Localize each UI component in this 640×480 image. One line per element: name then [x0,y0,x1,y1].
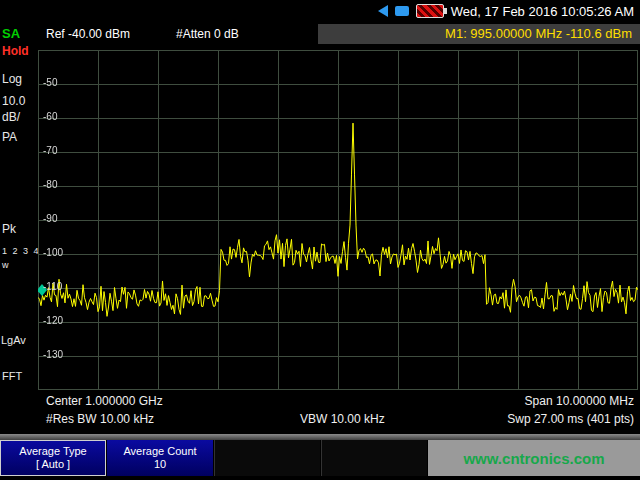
trace-canvas [38,50,638,390]
softkey-label-line2: [ Auto ] [36,458,70,471]
res-bw-label: #Res BW 10.00 kHz [46,412,154,426]
peak-indicator: Pk [2,222,16,236]
scale-value-indicator: 10.0 [2,94,25,108]
average-type-indicator: LgAv [1,334,26,346]
remote-arrow-icon [378,5,388,17]
datetime-text: Wed, 17 Feb 2016 10:05:26 AM [451,4,634,19]
status-bar: Wed, 17 Feb 2016 10:05:26 AM [0,0,640,22]
plot-area: -50-60-70-80-90-100-110-120-130 [38,50,638,390]
battery-icon [416,4,444,18]
attenuation-label: #Atten 0 dB [176,27,239,41]
center-freq-label: Center 1.000000 GHz [46,394,163,408]
softkey-bar: Average Type [ Auto ] Average Count 10 w… [0,440,640,480]
y-axis-label: -100 [43,247,63,258]
hold-indicator: Hold [2,44,29,58]
mode-indicator: SA [2,26,20,41]
measurement-header: Ref -40.00 dBm #Atten 0 dB M1: 995.00000… [38,22,640,48]
scale-type-indicator: Log [2,72,22,86]
preamp-indicator: PA [2,130,17,144]
y-axis-label: -80 [43,179,57,190]
sweep-time-label: Swp 27.00 ms (401 pts) [507,412,634,426]
left-annotation-column: SA Hold Log 10.0 dB/ PA Pk 1 2 3 4 w LgA… [0,22,38,432]
y-axis-label: -50 [43,77,57,88]
span-label: Span 10.00000 MHz [525,394,634,408]
softkey-label-line1: Average Type [19,445,86,458]
fft-indicator: FFT [2,370,22,382]
y-axis-label: -130 [43,349,63,360]
softkey-average-count[interactable]: Average Count 10 [107,440,213,476]
trace-write-indicator: w [2,260,9,270]
marker-readout: M1: 995.00000 MHz -110.6 dBm [318,24,640,44]
y-axis-label: -70 [43,145,57,156]
softkey-label-line2: 10 [154,458,166,471]
ref-level-label: Ref -40.00 dBm [46,27,130,41]
y-axis-label: -60 [43,111,57,122]
softkey-average-type[interactable]: Average Type [ Auto ] [0,440,106,476]
trace-numbers-indicator: 1 2 3 4 [2,246,40,256]
y-axis-label: -90 [43,213,57,224]
sweep-annotation-footer: Center 1.000000 GHz Span 10.00000 MHz #R… [38,392,640,434]
spectrum-analyzer-screen: Wed, 17 Feb 2016 10:05:26 AM Ref -40.00 … [0,0,640,480]
softkey-blank-1[interactable] [214,440,320,476]
watermark: www.cntronics.com [428,440,640,476]
usb-icon [395,6,409,16]
scale-unit-indicator: dB/ [2,110,20,124]
y-axis-label: -110 [43,281,62,292]
y-axis-label: -120 [43,315,63,326]
softkey-label-line1: Average Count [123,445,196,458]
softkey-blank-2[interactable] [321,440,427,476]
video-bw-label: VBW 10.00 kHz [300,412,385,426]
